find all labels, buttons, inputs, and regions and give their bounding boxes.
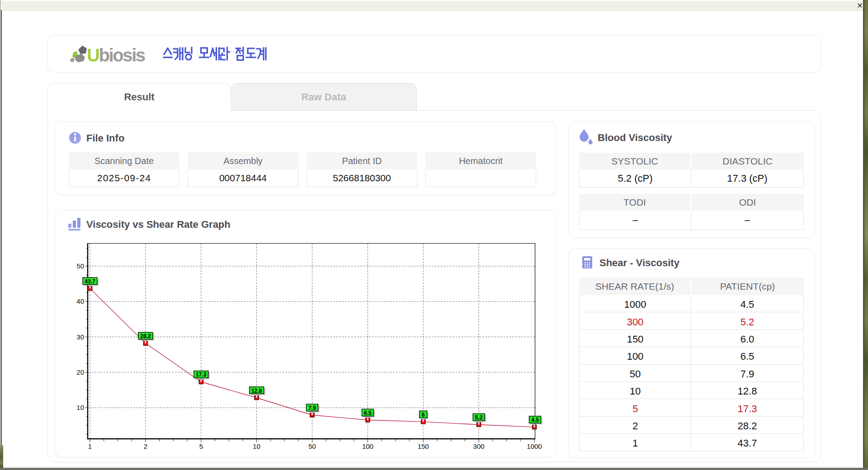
svg-text:5: 5 bbox=[199, 442, 203, 450]
svg-text:5.2: 5.2 bbox=[475, 414, 483, 421]
svg-text:6.5: 6.5 bbox=[364, 410, 372, 416]
svg-text:2: 2 bbox=[144, 442, 147, 450]
svg-text:28.2: 28.2 bbox=[140, 333, 151, 339]
svg-text:100: 100 bbox=[362, 442, 373, 450]
svg-text:12.8: 12.8 bbox=[251, 388, 262, 394]
svg-text:300: 300 bbox=[473, 442, 485, 450]
svg-text:6: 6 bbox=[422, 412, 425, 418]
svg-text:10: 10 bbox=[253, 442, 260, 450]
svg-text:40: 40 bbox=[76, 297, 84, 305]
svg-text:30: 30 bbox=[76, 333, 84, 341]
svg-text:10: 10 bbox=[76, 404, 84, 411]
svg-text:7.9: 7.9 bbox=[308, 405, 316, 411]
svg-text:17.3: 17.3 bbox=[196, 371, 207, 378]
svg-text:20: 20 bbox=[76, 368, 84, 376]
svg-text:50: 50 bbox=[76, 262, 84, 270]
svg-text:Ubiosis: Ubiosis bbox=[87, 45, 145, 65]
svg-text:43.7: 43.7 bbox=[85, 278, 95, 285]
svg-text:1000: 1000 bbox=[527, 442, 542, 450]
svg-text:150: 150 bbox=[418, 442, 429, 450]
svg-text:50: 50 bbox=[308, 442, 316, 450]
svg-text:1: 1 bbox=[88, 442, 92, 450]
svg-text:4.5: 4.5 bbox=[531, 417, 539, 423]
